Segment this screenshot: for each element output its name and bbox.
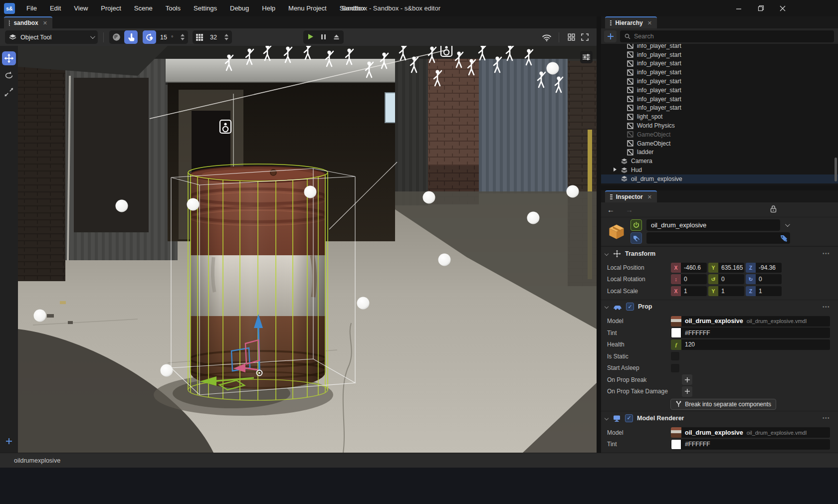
menu-item[interactable]: Help [255,0,282,16]
tree-row[interactable]: Hud [601,166,838,174]
collapse-chevron-icon[interactable] [605,251,609,255]
back-button[interactable]: ← [607,205,615,214]
start-asleep-checkbox[interactable] [671,364,679,372]
tab-close-icon[interactable]: ✕ [647,194,652,200]
scale-x-value[interactable]: 1 [681,286,707,296]
rotation-z-value[interactable]: 0 [756,274,782,284]
tab-inspector[interactable]: Inspector ✕ [605,190,657,202]
rotate-tool-button[interactable] [2,68,16,82]
menu-item[interactable]: Sandbox [333,0,372,16]
tree-row[interactable]: info_player_start [601,68,838,77]
tab-sandbox[interactable]: sandbox ✕ [4,16,52,28]
position-x-field[interactable]: X-460.6 [671,263,707,273]
scale-y-field[interactable]: Y1 [708,286,744,296]
component-enabled-checkbox[interactable]: ✓ [626,303,634,311]
section-options-icon[interactable]: ••• [823,251,833,256]
pause-button[interactable] [321,33,326,42]
rotation-y-field[interactable]: ↺0 [708,274,744,284]
tree-row[interactable]: info_player_start [601,86,838,95]
tool-selector-dropdown[interactable]: Object Tool [5,30,98,44]
scale-z-field[interactable]: Z1 [746,286,782,296]
grid-snap-value[interactable]: 32 [206,34,221,41]
position-z-field[interactable]: Z-94.36 [746,263,782,273]
rotation-snap-button[interactable] [143,30,156,44]
position-x-value[interactable]: -460.6 [681,263,707,273]
tab-hierarchy[interactable]: Hierarchy ✕ [605,16,657,28]
tree-row[interactable]: World Physics [601,121,838,130]
world-space-button[interactable] [110,30,123,44]
model-renderer-section-header[interactable]: ✓ Model Renderer ••• [601,411,838,425]
search-input[interactable]: Search [620,30,834,42]
scale-tool-button[interactable] [2,85,16,99]
scale-x-field[interactable]: X1 [671,286,707,296]
transform-section-header[interactable]: Transform ••• [601,246,838,260]
break-into-components-button[interactable]: Break into separate components [670,399,776,410]
eject-button[interactable] [333,33,340,42]
menu-item[interactable]: Tools [159,0,187,16]
snap-toggle-button[interactable] [124,30,138,44]
fullscreen-button[interactable] [578,30,592,44]
scale-z-value[interactable]: 1 [756,286,782,296]
tree-row[interactable]: info_player_start [601,50,838,59]
tree-row[interactable]: info_player_start [601,59,838,68]
model-field[interactable]: oil_drum_explosiveoil_drum_explosive.vmd… [671,316,830,327]
tree-row[interactable]: info_player_start [601,44,838,50]
move-tool-button[interactable] [2,51,16,65]
layout-grid-button[interactable] [565,30,578,44]
color-swatch[interactable] [671,439,681,450]
tree-row[interactable]: GameObject [601,139,838,148]
chevron-down-icon[interactable] [785,222,790,227]
rotation-x-field[interactable]: ↕0 [671,274,707,284]
menu-item[interactable]: Scene [128,0,159,16]
enabled-toggle-button[interactable] [630,219,642,231]
scrollbar-thumb[interactable] [835,158,837,181]
tint-field[interactable]: #FFFFFF [671,439,830,450]
is-static-checkbox[interactable] [671,352,679,360]
tree-row[interactable]: ladder [601,148,838,157]
collapse-chevron-icon[interactable] [605,416,609,420]
tab-close-icon[interactable]: ✕ [647,20,652,26]
object-tags-input[interactable] [646,232,790,244]
object-name-input[interactable]: oil_drum_explosive [646,219,780,231]
color-swatch[interactable] [671,328,681,338]
rotation-snap-value[interactable]: 15 [156,34,171,41]
menu-item[interactable]: Settings [187,0,223,16]
component-enabled-checkbox[interactable]: ✓ [625,414,633,422]
prop-section-header[interactable]: ✓ Prop ••• [601,300,838,314]
rotation-snap-stepper[interactable] [177,34,188,40]
add-action-button[interactable] [682,386,692,397]
grid-snap-button[interactable] [193,30,206,44]
menu-item[interactable]: Menu Project [282,0,333,16]
collapse-chevron-icon[interactable] [605,305,609,309]
menu-item[interactable]: Edit [43,0,67,16]
add-action-button[interactable] [682,374,692,385]
section-options-icon[interactable]: ••• [823,304,833,310]
health-field[interactable]: f 120 [671,339,830,350]
tree-row[interactable]: info_player_start [601,95,838,104]
tab-close-icon[interactable]: ✕ [43,20,47,26]
viewport-scene[interactable] [18,46,597,453]
minimize-button[interactable] [732,2,745,14]
model-field[interactable]: oil_drum_explosiveoil_drum_explosive.vmd… [671,427,830,438]
tint-field[interactable]: #FFFFFF [671,328,830,338]
scale-y-value[interactable]: 1 [718,286,744,296]
restore-button[interactable] [754,2,767,14]
viewport-3d[interactable] [18,46,597,453]
tree-row[interactable]: info_player_start [601,104,838,113]
menu-item[interactable]: Project [94,0,127,16]
position-y-value[interactable]: 635.165 [718,263,744,273]
tree-row[interactable]: info_player_start [601,77,838,86]
menu-item[interactable]: View [67,0,94,16]
viewport-settings-button[interactable] [580,51,593,63]
grid-snap-stepper[interactable] [221,34,232,40]
add-tag-icon[interactable] [780,234,788,242]
position-z-value[interactable]: -94.36 [756,263,782,273]
add-tool-button[interactable] [2,434,16,448]
menu-item[interactable]: Debug [223,0,255,16]
expand-arrow-icon[interactable] [614,168,617,171]
tree-row[interactable]: oil_drum_explosive [601,174,838,183]
play-button[interactable] [307,33,314,42]
close-button[interactable] [776,2,789,14]
section-options-icon[interactable]: ••• [823,415,833,421]
lock-button[interactable] [770,205,777,215]
